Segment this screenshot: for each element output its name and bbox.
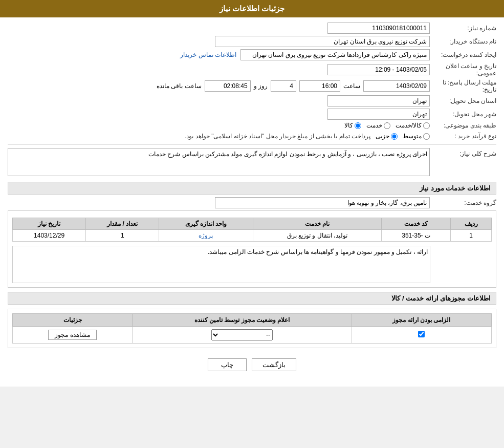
category-row: طبقه بندی موضوعی: کالا/خدمت خدمت کالا [8,122,496,129]
radio-kala-khedmat-input[interactable] [423,122,430,129]
purchase-type-label: نوع فرآیند خرید : [430,133,496,140]
header-title: جزئیات اطلاعات نیاز [220,4,284,13]
purchase-type-note: پرداخت تمام یا بخشی از مبلغ خریدار محل "… [185,131,370,141]
response-days-input[interactable] [271,80,296,92]
col-code: کد خدمت [382,218,451,230]
service-group-input[interactable] [215,197,430,208]
buyer-org-input[interactable] [215,36,430,47]
response-date-input[interactable] [363,80,430,92]
perm-details-cell: مشاهده مجوز [13,327,133,344]
separator1 [8,144,496,145]
response-remain-input[interactable] [205,80,251,92]
radio-kala[interactable]: کالا [344,122,361,129]
need-description-label: شرح کلی نیاز: [430,148,496,157]
buyer-notes-row: ارائه ، تکمیل و ممهور نمودن فرمها و گواه… [12,246,492,283]
need-number-input[interactable] [327,23,430,34]
radio-motavaset-input[interactable] [423,133,430,140]
city-input[interactable] [327,109,430,120]
cell-name: تولید، انتقال و توزیع برق [253,230,381,242]
perm-col-details: جزئیات [13,314,133,327]
services-table-body: 1 ت -35-351 تولید، انتقال و توزیع برق پر… [13,230,492,242]
print-button[interactable]: چاپ [208,358,247,371]
purchase-type-value: متوسط جزیی پرداخت تمام یا بخشی از مبلغ خ… [8,131,430,141]
need-description-value: اجرای پروژه نصب ، بازرسی ، و آزمایش و بر… [8,148,430,178]
province-input[interactable] [327,95,430,106]
buyer-notes-textarea[interactable]: ارائه ، تکمیل و ممهور نمودن فرمها و گواه… [15,248,428,279]
unit-link[interactable]: پروژه [199,232,213,239]
remain-label: ساعت باقی مانده [157,82,202,90]
announce-datetime-input[interactable] [327,64,430,75]
col-row: ردیف [451,218,492,230]
perm-table-row: -- مشاهده مجوز [13,327,492,344]
radio-jozii-input[interactable] [391,133,398,140]
view-permit-button[interactable]: مشاهده مجوز [48,330,96,340]
city-value [8,109,430,120]
need-description-textarea[interactable]: اجرای پروژه نصب ، بازرسی ، و آزمایش و بر… [8,148,430,176]
perm-col-required: الزامی بودن ارائه مجوز [352,314,491,327]
col-name: نام خدمت [253,218,381,230]
radio-khedmat[interactable]: خدمت [366,122,390,129]
permissions-table: الزامی بودن ارائه مجوز اعلام وضعیت مجوز … [12,313,492,344]
response-deadline-value: ساعت روز و ساعت باقی مانده [8,80,430,92]
col-quantity: تعداد / مقدار [86,218,159,230]
page-wrapper: جزئیات اطلاعات نیاز شماره نیاز: نام دستگ… [0,0,504,387]
need-number-value [8,23,430,34]
radio-motavaset-label: متوسط [403,133,422,140]
col-unit: واحد اندازه گیری [159,218,253,230]
radio-khedmat-input[interactable] [384,122,390,129]
contact-link[interactable]: اطلاعات تماس خریدار [180,51,236,58]
radio-kala-input[interactable] [355,122,361,129]
city-label: شهر محل تحویل: [430,111,496,118]
permissions-title-text: اطلاعات مجوزهای ارائه خدمت / کالا [391,294,491,302]
response-deadline-row: مهلت ارسال پاسخ: تا تاریخ: ساعت روز و سا… [8,79,496,93]
time-label: ساعت [343,82,360,90]
announce-datetime-label: تاریخ و ساعت اعلان عمومی: [430,62,496,77]
radio-khedmat-label: خدمت [366,122,382,129]
perm-status-cell: -- [133,327,352,344]
perm-col-status: اعلام وضعیت مجوز توسط تامین کننده [133,314,352,327]
need-description-row: شرح کلی نیاز: اجرای پروژه نصب ، بازرسی ،… [8,148,496,178]
main-content: شماره نیاز: نام دستگاه خریدار: ایجاد کنن… [0,17,504,376]
cell-date: 1403/12/29 [13,230,86,242]
perm-status-select[interactable]: -- [211,329,273,340]
creator-row: ایجاد کننده درخواست: اطلاعات تماس خریدار [8,49,496,60]
cell-code: ت -35-351 [382,230,451,242]
need-number-row: شماره نیاز: [8,23,496,34]
buyer-org-value [8,36,430,47]
footer-buttons: بازگشت چاپ [8,358,496,371]
buyer-notes-label [430,246,492,247]
days-label: روز و [254,82,268,90]
province-row: استان محل تحویل: [8,95,496,106]
services-table-header: ردیف کد خدمت نام خدمت واحد اندازه گیری ت… [13,218,492,230]
announce-datetime-row: تاریخ و ساعت اعلان عمومی: [8,62,496,77]
creator-value: اطلاعات تماس خریدار [8,49,430,60]
cell-row: 1 [451,230,492,242]
creator-label: ایجاد کننده درخواست: [430,51,496,58]
cell-unit: پروژه [159,230,253,242]
permissions-table-body: -- مشاهده مجوز [13,327,492,344]
purchase-type-row: نوع فرآیند خرید : متوسط جزیی پرداخت تمام… [8,131,496,141]
service-group-label: گروه خدمت: [430,199,496,206]
radio-kala-khedmat[interactable]: کالا/خدمت [396,122,430,129]
service-group-value [8,197,430,208]
permissions-section: الزامی بودن ارائه مجوز اعلام وضعیت مجوز … [8,309,496,348]
table-row: 1 ت -35-351 تولید، انتقال و توزیع برق پر… [13,230,492,242]
services-section-title: اطلاعات خدمات مورد نیاز [8,182,496,195]
permissions-section-title: اطلاعات مجوزهای ارائه خدمت / کالا [8,292,496,305]
radio-jozii-label: جزیی [376,133,389,140]
category-value: کالا/خدمت خدمت کالا [8,122,430,129]
response-time-input[interactable] [299,80,340,92]
radio-motavaset[interactable]: متوسط [403,133,430,140]
creator-input[interactable] [240,49,430,60]
permissions-table-header: الزامی بودن ارائه مجوز اعلام وضعیت مجوز … [13,314,492,327]
buyer-notes-container: ارائه ، تکمیل و ممهور نمودن فرمها و گواه… [12,246,430,283]
perm-required-checkbox[interactable] [418,331,425,337]
service-group-row: گروه خدمت: [8,197,496,208]
province-label: استان محل تحویل: [430,97,496,104]
perm-required-cell [352,327,491,344]
need-number-label: شماره نیاز: [430,25,496,32]
radio-jozii[interactable]: جزیی [376,133,398,140]
buyer-org-row: نام دستگاه خریدار: [8,36,496,47]
back-button[interactable]: بازگشت [252,358,296,371]
province-value [8,95,430,106]
